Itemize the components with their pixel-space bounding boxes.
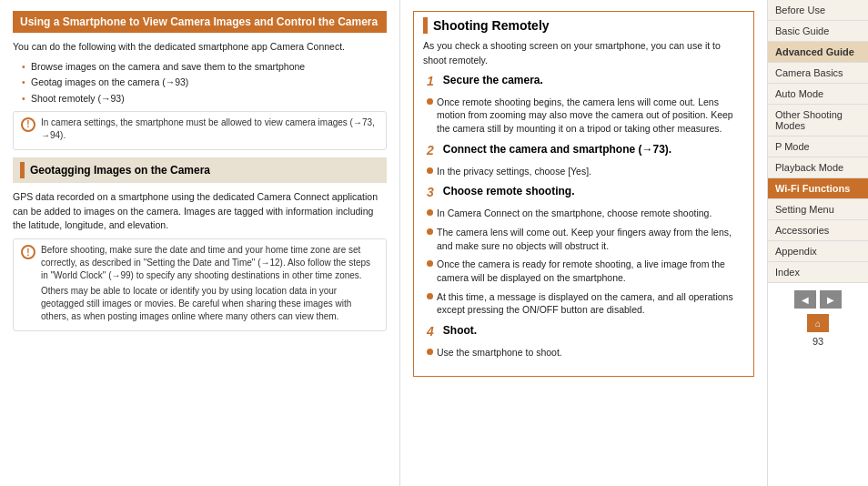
step-1-header: 1 Secure the camera. [427,74,744,90]
step-1: 1 Secure the camera. Once remote shootin… [423,74,744,136]
prev-button[interactable]: ◀ [794,290,816,309]
bullet-dot [427,293,433,299]
sidebar-nav-list: Before UseBasic GuideAdvanced GuideCamer… [768,0,868,283]
step-1-number: 1 [427,74,434,88]
shooting-title: Shooting Remotely [423,17,744,34]
sidebar-item-auto-mode[interactable]: Auto Mode [768,84,868,105]
step-1-text-0: Once remote shooting begins, the camera … [437,96,744,136]
sidebar-item-accessories[interactable]: Accessories [768,220,868,241]
next-button[interactable]: ▶ [820,290,842,309]
step-2-bullet-0: In the privacy settings, choose [Yes]. [427,165,744,178]
home-button[interactable]: ⌂ [807,314,829,332]
right-column: Shooting Remotely As you check a shootin… [400,0,768,486]
bullet-dot [427,209,433,216]
note-items-1: In camera settings, the smartphone must … [41,116,378,145]
step-3-text-0: In Camera Connect on the smartphone, cho… [437,207,712,220]
step-4-header: 4 Shoot. [427,324,744,340]
list-item: Browse images on the camera and save the… [22,60,387,74]
left-column: Using a Smartphone to View Camera Images… [0,0,400,486]
main-heading-text: Using a Smartphone to View Camera Images… [20,15,378,28]
note-item: In camera settings, the smartphone must … [41,116,378,142]
shooting-section: Shooting Remotely As you check a shootin… [413,11,754,377]
bullet-dot [427,260,433,267]
step-3-bullet-0: In Camera Connect on the smartphone, cho… [427,207,744,220]
step-3-header: 3 Choose remote shooting. [427,185,744,201]
sidebar-item-p-mode[interactable]: P Mode [768,137,868,157]
sidebar-item-camera-basics[interactable]: Camera Basics [768,63,868,84]
step-2-text-0: In the privacy settings, choose [Yes]. [437,165,591,178]
main-body: You can do the following with the dedica… [13,40,387,55]
step-1-bullet-0: Once remote shooting begins, the camera … [427,96,744,136]
step-4-number: 4 [427,324,434,339]
sub-heading: Geotagging Images on the Camera [13,157,387,183]
step-4-heading: Shoot. [443,324,477,337]
bullet-dot [427,167,433,174]
main-bullet-list: Browse images on the camera and save the… [22,60,387,106]
step-3-heading: Choose remote shooting. [443,185,575,197]
step-2-header: 2 Connect the camera and smartphone (→73… [427,143,744,159]
note-icon-2: ! [21,245,35,259]
step-3-text-1: The camera lens will come out. Keep your… [437,226,744,252]
step-1-heading: Secure the camera. [443,74,543,86]
list-item: Shoot remotely (→93) [22,92,387,106]
shooting-title-text: Shooting Remotely [433,18,550,33]
step-3-bullet-2: Once the camera is ready for remote shoo… [427,258,744,284]
step-2-number: 2 [427,143,434,157]
step-3-number: 3 [427,185,434,199]
bullet-dot [427,228,433,235]
sidebar-item-other-shooting-modes[interactable]: Other Shooting Modes [768,105,868,137]
bullet-dot [427,98,433,105]
note-icon-1: ! [21,117,35,132]
step-3-text-2: Once the camera is ready for remote shoo… [437,258,744,284]
sidebar-item-wi-fi-functions[interactable]: Wi-Fi Functions [768,178,868,199]
sidebar-item-setting-menu[interactable]: Setting Menu [768,199,868,220]
note-item: Before shooting, make sure the date and … [41,244,378,282]
page-number: 93 [768,334,868,349]
main-heading: Using a Smartphone to View Camera Images… [13,11,387,33]
note-item: Others may be able to locate or identify… [41,285,378,323]
note-box-1: ! In camera settings, the smartphone mus… [13,111,387,150]
bullet-dot [427,349,433,355]
sidebar-navigation: ◀ ▶ [768,283,868,312]
shooting-heading-accent [423,17,428,34]
step-3-bullet-3: At this time, a message is displayed on … [427,290,744,317]
step-2: 2 Connect the camera and smartphone (→73… [423,143,744,178]
list-item: Geotag images on the camera (→93) [22,76,387,89]
sidebar-item-appendix[interactable]: Appendix [768,241,868,262]
sidebar-item-index[interactable]: Index [768,262,868,283]
heading-accent [20,162,25,178]
main-content: Using a Smartphone to View Camera Images… [0,0,868,486]
step-3-text-3: At this time, a message is displayed on … [437,290,744,317]
note-items-2: Before shooting, make sure the date and … [41,244,378,326]
step-4: 4 Shoot. Use the smartphone to shoot. [423,324,744,359]
shooting-intro: As you check a shooting screen on your s… [423,39,744,68]
sidebar-item-basic-guide[interactable]: Basic Guide [768,21,868,42]
sidebar-item-playback-mode[interactable]: Playback Mode [768,157,868,178]
step-3: 3 Choose remote shooting. In Camera Conn… [423,185,744,317]
sidebar-item-advanced-guide[interactable]: Advanced Guide [768,42,868,63]
sidebar: Before UseBasic GuideAdvanced GuideCamer… [768,0,868,486]
sub-body: GPS data recorded on a smartphone using … [13,190,387,233]
step-4-text-0: Use the smartphone to shoot. [437,346,562,359]
step-3-bullet-1: The camera lens will come out. Keep your… [427,226,744,252]
step-4-bullet-0: Use the smartphone to shoot. [427,346,744,359]
sub-heading-text: Geotagging Images on the Camera [30,164,210,177]
step-2-heading: Connect the camera and smartphone (→73). [443,143,671,156]
sidebar-item-before-use[interactable]: Before Use [768,0,868,21]
note-box-2: ! Before shooting, make sure the date an… [13,238,387,331]
